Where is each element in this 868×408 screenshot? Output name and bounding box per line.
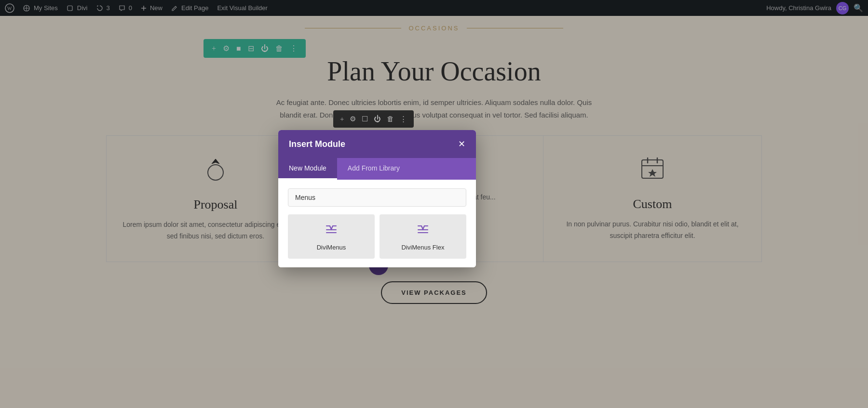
divimenus-label: DiviMenus — [317, 244, 346, 251]
modal-tabs: New Module Add From Library — [278, 158, 476, 180]
modal-header: Insert Module ✕ — [278, 130, 476, 158]
module-item-divimenus[interactable]: DiviMenus — [288, 214, 375, 259]
modal-title: Insert Module — [289, 139, 345, 149]
module-item-divimenus-flex[interactable]: DiviMenus Flex — [380, 214, 466, 259]
insert-module-modal: Insert Module ✕ New Module Add From Libr… — [278, 130, 476, 267]
modal-body: DiviMenus DiviMenus Flex — [278, 180, 476, 267]
divimenus-flex-label: DiviMenus Flex — [402, 244, 445, 251]
module-grid: DiviMenus DiviMenus Flex — [288, 214, 466, 259]
modal-close-button[interactable]: ✕ — [458, 139, 465, 149]
module-search-input[interactable] — [288, 188, 466, 207]
divimenus-flex-icon — [416, 222, 430, 240]
tab-add-from-library[interactable]: Add From Library — [337, 158, 410, 180]
divimenus-icon — [324, 222, 339, 240]
tab-new-module[interactable]: New Module — [278, 158, 337, 180]
